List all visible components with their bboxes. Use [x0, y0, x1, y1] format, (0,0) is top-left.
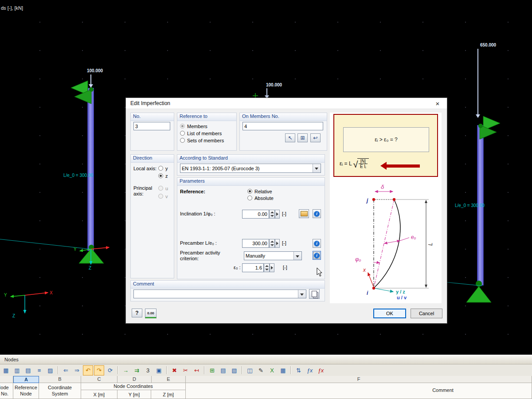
precamber-options-button[interactable]	[275, 239, 280, 248]
criterion-dropdown[interactable]: Manually	[244, 251, 302, 260]
revert-selection-button[interactable]: ↩	[310, 133, 321, 142]
toolbar-icon[interactable]: ⇐	[61, 365, 71, 376]
toolbar-icon[interactable]: ≡	[34, 365, 44, 376]
header-node-coordinates[interactable]: Node Coordinates X [m] Y [m] Z [m]	[81, 383, 186, 399]
toolbar-icon[interactable]: ▦	[278, 365, 288, 376]
toolbar-icon[interactable]: ⇒	[72, 365, 82, 376]
inclination-options-button[interactable]	[275, 210, 280, 219]
radio-sets-dot	[180, 138, 185, 143]
inclination-input[interactable]	[242, 210, 269, 219]
global-axis-z-label: Z	[12, 313, 15, 318]
header-x[interactable]: X [m]	[81, 390, 117, 399]
toolbar-icon[interactable]: ▧	[229, 365, 239, 376]
precamber-spinner[interactable]	[269, 239, 275, 248]
epsilon-input[interactable]	[242, 263, 264, 272]
column-letter-e[interactable]: E	[152, 376, 186, 383]
cut-icon[interactable]: ✂	[180, 365, 191, 376]
toolbar-icon[interactable]: ⊞	[207, 365, 217, 376]
column-letter-b[interactable]: B	[39, 376, 81, 383]
group-reference-to-header: Reference to	[177, 113, 236, 121]
header-y[interactable]: Y [m]	[117, 390, 152, 399]
function-delete-icon[interactable]: ƒx	[316, 365, 326, 376]
toolbar-icon[interactable]: 3	[143, 365, 153, 376]
inclination-info-button[interactable]: i	[313, 209, 321, 218]
excel-export-icon[interactable]: X	[267, 365, 277, 376]
radio-members[interactable]: Members	[180, 123, 207, 129]
radio-relative[interactable]: Relative	[247, 188, 272, 194]
column-letter-c[interactable]: C	[81, 376, 117, 383]
comment-templates-button[interactable]	[309, 289, 320, 299]
toolbar-icon[interactable]: ▦	[1, 365, 11, 376]
row-header-corner[interactable]	[0, 376, 13, 383]
help-icon: ?	[135, 310, 138, 316]
help-button[interactable]: ?	[132, 309, 142, 317]
header-comment[interactable]: Comment	[186, 383, 532, 399]
toolbar-icon[interactable]: →	[121, 365, 131, 376]
dialog-titlebar[interactable]: Edit Imperfection ×	[126, 98, 447, 109]
cancel-button[interactable]: Cancel	[411, 309, 442, 318]
precamber-info-button[interactable]: i	[313, 239, 321, 248]
chevron-down-icon	[293, 252, 301, 260]
delete-icon[interactable]: ✖	[169, 365, 180, 376]
toolbar-icon[interactable]: ▣	[154, 365, 164, 376]
group-no-header: No.	[131, 113, 174, 121]
header-coordinate-system[interactable]: Coordinate System	[39, 383, 81, 399]
decimal-places-button[interactable]: 0.00	[145, 309, 156, 318]
inclination-spinner[interactable]	[269, 210, 275, 219]
column-letter-d[interactable]: D	[117, 376, 152, 383]
toolbar-icon[interactable]: ▤	[23, 365, 33, 376]
toolbar-icon[interactable]: ↤	[192, 365, 202, 376]
inclination-label: Inclination 1/φ₀ :	[180, 211, 215, 216]
pick-members-list-button[interactable]: ⊞	[297, 133, 308, 142]
inclination-unit: [-]	[282, 211, 286, 216]
comment-combobox[interactable]	[133, 289, 306, 298]
redo-icon[interactable]: ↷	[94, 365, 104, 376]
header-reference-node[interactable]: Reference Node	[13, 383, 39, 399]
radio-absolute[interactable]: Absolute	[247, 195, 274, 201]
close-icon[interactable]: ×	[428, 100, 447, 107]
header-z[interactable]: Z [m]	[151, 390, 185, 399]
toolbar-icon[interactable]: ◫	[245, 365, 255, 376]
precamber-input[interactable]	[242, 239, 269, 248]
reference-label: Reference:	[180, 189, 205, 194]
toolbar-icon[interactable]: ⇅	[293, 365, 304, 376]
info-icon: i	[314, 253, 320, 258]
radio-sets-of-members[interactable]: Sets of members	[180, 137, 224, 143]
support-top-right[interactable]	[474, 113, 506, 145]
column-letter-a[interactable]: A	[13, 376, 39, 383]
criterion-info-button[interactable]: i	[313, 251, 321, 260]
support-top-left[interactable]	[66, 78, 98, 109]
members-list-input[interactable]	[243, 122, 323, 130]
sqrt-expression: √ |N| E Iᵢ	[353, 158, 369, 169]
function-icon[interactable]: ƒx	[305, 365, 315, 376]
mouse-cursor	[317, 268, 323, 279]
toolbar-icon[interactable]: ⇉	[132, 365, 142, 376]
nodes-table: A B C D E F Node No. Reference Node Coor…	[0, 376, 532, 399]
imperfection-label-left: L/e_0 = 300.00	[63, 173, 93, 178]
toolbar-icon[interactable]: ▥	[12, 365, 22, 376]
edit-imperfection-dialog: Edit Imperfection × No. Reference to Mem…	[125, 98, 447, 324]
load-arrow-right	[477, 49, 478, 114]
inclination-library-button[interactable]	[299, 209, 309, 218]
radio-principal-v[interactable]: v	[158, 193, 168, 199]
row-number-header[interactable]: Node No.	[0, 383, 13, 399]
undo-icon[interactable]: ↶	[83, 365, 93, 376]
group-parameters-header: Parameters	[177, 178, 325, 186]
pick-members-button[interactable]: ↖	[285, 133, 295, 142]
ok-button[interactable]: OK	[373, 309, 406, 318]
toolbar-icon[interactable]: ▤	[218, 365, 228, 376]
radio-local-z[interactable]: z	[158, 173, 168, 179]
imperfection-number-input[interactable]	[133, 122, 170, 130]
radio-local-y[interactable]: y	[158, 165, 168, 171]
column-letter-f[interactable]: F	[186, 376, 532, 383]
radio-principal-u[interactable]: u	[158, 185, 168, 191]
member-column-left[interactable]	[87, 88, 94, 251]
toolbar-icon[interactable]: ▨	[45, 365, 55, 376]
radio-list-of-members[interactable]: List of members	[180, 130, 222, 136]
epsilon-options-button[interactable]	[270, 263, 274, 272]
refresh-icon[interactable]: ⟳	[105, 365, 115, 376]
epsilon-spinner[interactable]	[264, 263, 270, 272]
support-bottom-right[interactable]	[464, 277, 495, 305]
edit-icon[interactable]: ✎	[256, 365, 266, 376]
standard-dropdown[interactable]: EN 1993-1-1: 2005-07 (Eurocode 3)	[180, 164, 321, 173]
